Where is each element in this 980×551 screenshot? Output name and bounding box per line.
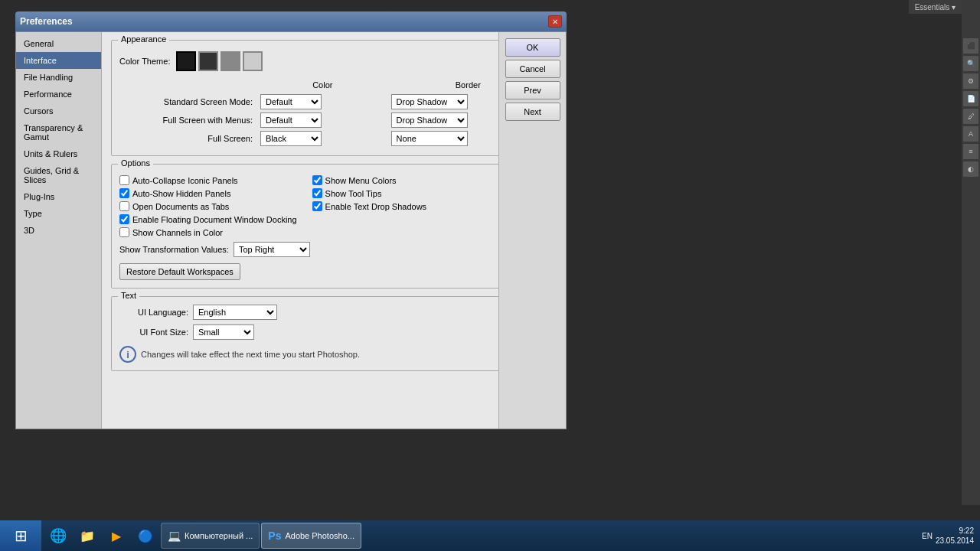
fullmenus-color-select[interactable]: Default xyxy=(260,112,322,128)
info-message: Changes will take effect the next time y… xyxy=(141,350,360,359)
table-row: Standard Screen Mode: Default Drop Shado… xyxy=(119,93,548,111)
panel-icon-7[interactable]: ≡ xyxy=(963,144,978,159)
standard-border-select[interactable]: Drop Shadow None Line xyxy=(391,94,468,109)
screen-mode-standard-label: Standard Screen Mode: xyxy=(119,93,257,111)
taskbar: ⊞ 🌐 📁 ▶ 🔵 💻 Компьютерный ... Ps Adobe Ph… xyxy=(0,520,980,551)
text-section: Text UI Language: English French German … xyxy=(111,296,557,371)
dialog-title: Preferences xyxy=(20,16,73,27)
text-legend: Text xyxy=(118,291,139,300)
taskbar-items: 🌐 📁 ▶ 🔵 💻 Компьютерный ... Ps Adobe Phot… xyxy=(41,520,916,551)
taskbar-explorer-icon[interactable]: 📁 xyxy=(74,522,101,549)
screen-mode-full-label: Full Screen: xyxy=(119,129,257,148)
next-button[interactable]: Next xyxy=(505,103,560,121)
taskbar-ps-label: Adobe Photosho... xyxy=(285,531,354,540)
ui-language-select[interactable]: English French German Japanese xyxy=(193,305,277,320)
taskbar-ps-app[interactable]: Ps Adobe Photosho... xyxy=(261,523,361,549)
color-swatch-4[interactable] xyxy=(243,51,263,71)
sidebar-item-plug-ins[interactable]: Plug-Ins xyxy=(16,188,101,205)
essentials-label[interactable]: Essentials ▾ xyxy=(915,3,956,11)
ok-button[interactable]: OK xyxy=(505,38,560,57)
sidebar-item-transparency[interactable]: Transparency & Gamut xyxy=(16,119,101,145)
checkbox-enable-floating[interactable]: Enable Floating Document Window Docking xyxy=(119,214,297,224)
table-row: Full Screen: Black Default None xyxy=(119,129,548,148)
info-icon: i xyxy=(119,346,136,363)
checkbox-enable-text-drop[interactable]: Enable Text Drop Shadows xyxy=(312,201,427,211)
sidebar-item-units[interactable]: Units & Rulers xyxy=(16,145,101,162)
color-theme-row: Color Theme: xyxy=(119,51,548,71)
ui-font-size-label: UI Font Size: xyxy=(119,328,188,337)
dialog-controls: ✕ xyxy=(548,15,562,28)
panel-icon-5[interactable]: 🖊 xyxy=(963,109,978,124)
ui-font-size-row: UI Font Size: Small Medium Large xyxy=(119,324,548,340)
screen-mode-fullmenus-label: Full Screen with Menus: xyxy=(119,111,257,129)
full-border-select[interactable]: None Drop Shadow Line xyxy=(391,131,468,146)
col-header-color: Color xyxy=(257,80,388,93)
prev-button[interactable]: Prev xyxy=(505,81,560,99)
sidebar-item-type[interactable]: Type xyxy=(16,205,101,222)
sidebar-item-cursors[interactable]: Cursors xyxy=(16,103,101,119)
language-indicator: EN xyxy=(922,532,933,540)
info-row: i Changes will take effect the next time… xyxy=(119,346,548,363)
clock-date: 23.05.2014 xyxy=(936,536,974,546)
cancel-button[interactable]: Cancel xyxy=(505,60,560,78)
preferences-dialog: Preferences ✕ General Interface File Han… xyxy=(15,11,567,429)
dialog-body: General Interface File Handling Performa… xyxy=(15,31,567,429)
transformation-label: Show Transformation Values: xyxy=(119,245,229,254)
panel-icon-1[interactable]: ⬛ xyxy=(963,38,978,54)
taskbar-computer-app[interactable]: 💻 Компьютерный ... xyxy=(161,523,260,549)
sidebar-item-guides[interactable]: Guides, Grid & Slices xyxy=(16,162,101,188)
screen-mode-table: Color Border Standard Screen Mode: Defau… xyxy=(119,80,548,148)
sidebar-item-interface[interactable]: Interface xyxy=(16,52,101,69)
taskbar-comp-label: Компьютерный ... xyxy=(185,531,253,540)
standard-color-select[interactable]: Default xyxy=(260,94,322,109)
essentials-bar: Essentials ▾ xyxy=(909,0,962,14)
fullmenus-border-select[interactable]: Drop Shadow None Line xyxy=(391,112,468,128)
ps-right-panel: ⬛ 🔍 ⚙ 📄 🖊 A ≡ ◐ xyxy=(962,0,980,505)
ui-language-label: UI Language: xyxy=(119,308,188,317)
start-button[interactable]: ⊞ xyxy=(0,520,41,551)
sidebar-item-general[interactable]: General xyxy=(16,35,101,52)
color-swatch-3[interactable] xyxy=(220,51,240,71)
ui-language-row: UI Language: English French German Japan… xyxy=(119,305,548,320)
sidebar-item-file-handling[interactable]: File Handling xyxy=(16,69,101,86)
sidebar-item-3d[interactable]: 3D xyxy=(16,222,101,239)
color-theme-label: Color Theme: xyxy=(119,57,170,66)
table-row: Full Screen with Menus: Default Drop Sha… xyxy=(119,111,548,129)
checkbox-show-tool-tips[interactable]: Show Tool Tips xyxy=(312,188,427,198)
panel-icon-6[interactable]: A xyxy=(963,126,978,142)
transformation-select[interactable]: Top Right Top Left Bottom Right Bottom L… xyxy=(234,242,310,257)
panel-icon-8[interactable]: ◐ xyxy=(963,161,978,177)
ui-font-size-select[interactable]: Small Medium Large xyxy=(193,324,254,340)
taskbar-ie-icon[interactable]: 🌐 xyxy=(44,522,72,549)
options-legend: Options xyxy=(118,158,153,168)
appearance-section: Appearance Color Theme: Color Border xyxy=(111,40,557,156)
taskbar-media-icon[interactable]: ▶ xyxy=(103,522,130,549)
restore-workspaces-button[interactable]: Restore Default Workspaces xyxy=(119,263,240,280)
clock-time: 9:22 xyxy=(936,526,974,536)
dialog-titlebar: Preferences ✕ xyxy=(15,11,567,31)
checkbox-show-channels[interactable]: Show Channels in Color xyxy=(119,227,297,237)
full-color-select[interactable]: Black Default xyxy=(260,131,322,146)
appearance-legend: Appearance xyxy=(118,34,169,44)
taskbar-clock: 9:22 23.05.2014 xyxy=(936,526,974,546)
checkbox-auto-collapse[interactable]: Auto-Collapse Iconic Panels xyxy=(119,175,297,185)
action-panel: OK Cancel Prev Next xyxy=(498,32,566,429)
panel-icon-2[interactable]: 🔍 xyxy=(963,56,978,71)
sidebar: General Interface File Handling Performa… xyxy=(16,32,102,429)
sidebar-item-performance[interactable]: Performance xyxy=(16,86,101,103)
color-swatch-1[interactable] xyxy=(176,51,196,71)
options-section: Options Auto-Collapse Iconic Panels Auto… xyxy=(111,164,557,289)
main-content: Appearance Color Theme: Color Border xyxy=(102,32,566,429)
color-swatch-2[interactable] xyxy=(198,51,218,71)
taskbar-chrome-icon[interactable]: 🔵 xyxy=(132,522,159,549)
checkbox-show-menu-colors[interactable]: Show Menu Colors xyxy=(312,175,427,185)
checkbox-open-docs[interactable]: Open Documents as Tabs xyxy=(119,201,297,211)
panel-icon-4[interactable]: 📄 xyxy=(963,91,978,106)
transformation-row: Show Transformation Values: Top Right To… xyxy=(119,242,548,257)
checkbox-auto-show[interactable]: Auto-Show Hidden Panels xyxy=(119,188,297,198)
close-button[interactable]: ✕ xyxy=(548,15,562,28)
panel-icon-3[interactable]: ⚙ xyxy=(963,73,978,89)
taskbar-right: EN 9:22 23.05.2014 xyxy=(916,526,980,546)
